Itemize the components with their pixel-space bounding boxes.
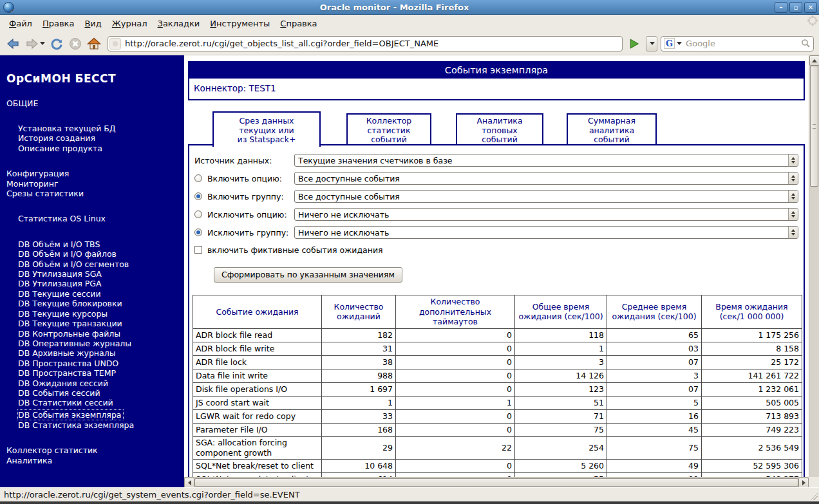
sidebar-item[interactable]: DB Объём и I/O сегментов <box>18 259 182 269</box>
sidebar-item[interactable]: Коллектор статистик <box>6 445 182 455</box>
value-cell: 09 <box>607 472 702 477</box>
sidebar-item[interactable]: DB Текущие сессии <box>18 289 182 299</box>
sidebar-item[interactable]: История создания <box>18 133 182 143</box>
vertical-scroll-thumb[interactable] <box>810 66 818 187</box>
tab-2[interactable]: Аналитикатоповыхсобытий <box>456 113 543 145</box>
select-0[interactable]: Текущие значения счетчиков в базе <box>294 154 798 167</box>
sidebar-item[interactable]: Описание продукта <box>18 144 182 153</box>
value-cell: 0 <box>396 423 515 436</box>
select-4[interactable]: Ничего не исключать <box>294 226 798 239</box>
forward-button[interactable] <box>24 36 46 51</box>
radio-2[interactable] <box>194 192 202 200</box>
menu-item-6[interactable]: Справка <box>275 16 322 31</box>
sidebar-item[interactable]: DB Текущие блокировки <box>18 299 182 308</box>
select-value: Ничего не исключать <box>295 227 788 238</box>
minimize-button[interactable]: – <box>775 2 787 13</box>
reload-button[interactable] <box>49 36 64 51</box>
select-3[interactable]: Ничего не исключать <box>294 208 798 221</box>
sidebar-item[interactable]: DB Контрольные файлы <box>18 329 182 339</box>
tab-1[interactable]: Коллекторстатистиксобытий <box>346 113 431 145</box>
events-table-head-row: Событие ожиданияКоличество ожиданийКолич… <box>193 295 802 329</box>
tab-3[interactable]: Суммарнаяаналитикасобытий <box>567 113 657 145</box>
back-button[interactable] <box>5 36 21 51</box>
sidebar-item[interactable]: DB Текущие курсоры <box>18 309 182 319</box>
generate-button[interactable]: Сформировать по указанным значениям <box>214 267 402 283</box>
url-dropdown-button[interactable] <box>646 36 657 51</box>
menu-item-5[interactable]: Инструменты <box>205 16 275 31</box>
fictive-events-row: включить фиктивные события ожидания <box>194 241 798 258</box>
column-header: Количество ожиданий <box>322 295 396 329</box>
search-engine-dropdown-icon[interactable] <box>677 42 682 45</box>
sidebar-item[interactable]: DB Объём и I/O файлов <box>18 249 182 259</box>
sidebar-section-obschie[interactable]: ОБЩИЕ <box>6 98 182 108</box>
sidebar-item[interactable]: Срезы статистики <box>6 189 182 198</box>
event-name-cell: Disk file operations I/O <box>193 382 322 396</box>
url-input[interactable]: http://oracle.zerot.ru/cgi/get_objects_l… <box>108 36 623 51</box>
sidebar-item[interactable]: DB Статистика экземпляра <box>18 420 182 430</box>
sidebar-item[interactable]: DB События сессий <box>18 388 182 398</box>
sidebar-item[interactable]: DB Объём и I/O TBS <box>18 239 182 249</box>
close-button[interactable]: ✕ <box>804 2 817 13</box>
column-header: Среднее время ожидания (сек/100) <box>607 295 702 329</box>
select-1[interactable]: Все доступные события <box>294 172 798 185</box>
sidebar-item[interactable]: DB Ожидания сессий <box>18 378 182 388</box>
event-name-cell: Parameter File I/O <box>193 423 322 436</box>
radio-4[interactable] <box>194 229 202 236</box>
sidebar-item[interactable]: DB Оперативные журналы <box>18 339 182 348</box>
event-name-cell: JS coord start wait <box>193 396 322 409</box>
horizontal-scrollbar[interactable] <box>184 477 809 487</box>
sidebar-item[interactable]: DB Статистики сессий <box>18 398 182 407</box>
value-cell: 52 595 306 <box>702 459 802 472</box>
value-cell: 2 536 549 <box>702 436 802 459</box>
menu-item-1[interactable]: Правка <box>37 16 79 31</box>
filter-row-3: Исключить опцию:Ничего не исключать <box>194 205 798 223</box>
value-cell: 1 <box>515 342 607 355</box>
value-cell: 3 <box>607 369 702 382</box>
sidebar-item[interactable]: Установка текущей БД <box>18 124 182 133</box>
menu-item-0[interactable]: Файл <box>4 16 37 31</box>
scroll-right-button[interactable] <box>798 478 809 487</box>
resize-grip[interactable] <box>810 492 818 500</box>
table-row: Disk file operations I/O1 6970123071 232… <box>193 382 802 396</box>
maximize-button[interactable]: ▫ <box>789 2 802 13</box>
sidebar-item[interactable]: DB Утилизация SGA <box>18 269 182 279</box>
stop-button[interactable] <box>68 36 83 51</box>
sidebar-item[interactable]: Статистика OS Linux <box>18 214 182 223</box>
menu-item-2[interactable]: Вид <box>79 16 106 31</box>
status-url: http://oracle.zerot.ru/cgi/get_system_ev… <box>4 490 300 499</box>
forward-history-dropdown-icon[interactable] <box>40 42 45 45</box>
scroll-up-button[interactable] <box>809 55 819 66</box>
value-cell: 0 <box>396 472 515 477</box>
tab-label-line: Коллектор <box>348 117 430 126</box>
home-button[interactable] <box>86 36 102 51</box>
sidebar-item[interactable]: DB Пространства TEMP <box>18 368 182 378</box>
menu-item-4[interactable]: Закладки <box>153 16 205 31</box>
filter-form-rows: Источник данных:Текущие значения счетчик… <box>194 151 798 241</box>
horizontal-scroll-thumb[interactable] <box>194 478 798 487</box>
sidebar-item[interactable]: Конфигурация <box>6 169 182 178</box>
select-2[interactable]: Все доступные события <box>294 190 798 203</box>
sidebar-item[interactable]: Мониторинг <box>6 179 182 189</box>
sidebar-item[interactable]: Аналитика <box>6 456 182 465</box>
sidebar-item[interactable]: DB События экземпляра <box>18 410 123 420</box>
google-engine-icon[interactable]: G <box>664 38 675 49</box>
value-cell: 749 223 <box>702 423 802 436</box>
tab-0[interactable]: Срез данныхтекущих илииз Statspack+ <box>212 111 321 147</box>
column-header: Общее время ожидания (сек/100) <box>515 295 607 329</box>
fictive-events-checkbox[interactable] <box>194 246 202 254</box>
table-row: ADR file lock38030725 172 <box>193 355 802 369</box>
radio-1[interactable] <box>194 174 202 182</box>
menu-item-3[interactable]: Журнал <box>107 16 153 31</box>
sidebar-item[interactable]: DB Текущие транзакции <box>18 319 182 328</box>
sidebar-item[interactable]: DB Утилизация PGA <box>18 279 182 288</box>
sidebar-group-3: DB Объём и I/O TBSDB Объём и I/O файловD… <box>6 239 182 430</box>
sidebar-item[interactable]: DB Архивные журналы <box>18 348 182 358</box>
column-header: Количество дополнительных таймаутов <box>396 295 515 329</box>
radio-3[interactable] <box>194 210 202 218</box>
go-button[interactable] <box>626 36 643 51</box>
value-cell: 0 <box>396 409 515 423</box>
sidebar-item[interactable]: DB Пространства UNDO <box>18 359 182 368</box>
search-input[interactable]: G Google <box>661 36 814 51</box>
scroll-left-button[interactable] <box>184 478 194 487</box>
vertical-scrollbar[interactable] <box>809 55 819 477</box>
